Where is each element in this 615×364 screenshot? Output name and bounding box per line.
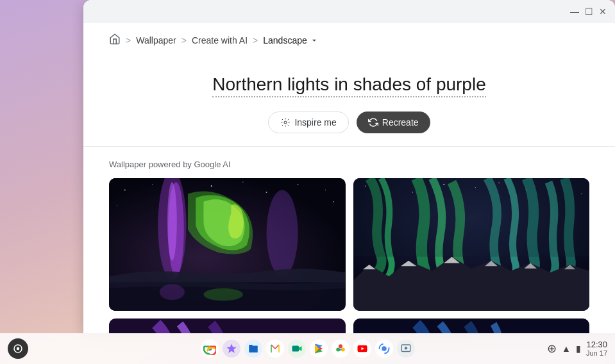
taskbar-chrome[interactable] [201,340,219,358]
svg-point-36 [17,347,20,351]
taskbar-meet[interactable] [288,340,306,358]
svg-rect-39 [292,346,299,352]
svg-point-2 [124,190,126,191]
svg-point-6 [242,182,243,183]
inspire-icon [280,117,291,128]
sep3: > [253,35,258,46]
breadcrumb-create-ai[interactable]: Create with AI [192,35,248,46]
gallery-grid [109,178,589,333]
taskbar-screen-capture[interactable] [397,340,415,358]
taskbar-more-icon[interactable]: ⊕ [547,342,557,356]
taskbar-google[interactable] [375,340,393,358]
taskbar-time: 12:30 [586,340,607,350]
prompt-title[interactable]: Northern lights in shades of purple [212,74,485,95]
taskbar-photos[interactable] [332,340,350,358]
svg-point-14 [167,182,177,261]
svg-point-18 [203,288,242,301]
svg-point-15 [267,190,298,276]
aurora-image-1 [109,178,346,311]
gallery-item-4[interactable] [353,318,590,333]
svg-point-47 [382,346,387,351]
taskbar-wifi-icon[interactable]: ▲ [562,343,571,354]
content-area: Northern lights in shades of purple Insp… [83,55,615,333]
taskbar-files[interactable] [244,340,262,358]
youtube-icon [357,343,368,354]
gallery-label: Wallpaper powered by Google AI [109,160,589,169]
taskbar-youtube[interactable] [353,340,371,358]
svg-point-5 [211,185,212,186]
svg-point-9 [325,190,326,190]
svg-point-40 [339,344,342,348]
breadcrumb-landscape[interactable]: Landscape [263,35,319,46]
google-icon [378,343,390,354]
search-section: Northern lights in shades of purple Insp… [83,55,615,147]
sep1: > [126,35,131,46]
taskbar-battery-icon: ▮ [576,343,581,354]
svg-point-10 [117,205,117,206]
taskbar-right: ⊕ ▲ ▮ 12:30 Jun 17 [547,340,607,358]
playstore-icon [313,343,324,354]
breadcrumb: > Wallpaper > Create with AI > Landscape [83,23,615,55]
taskbar-assistant[interactable] [223,340,240,358]
svg-point-8 [298,184,298,185]
svg-rect-30 [353,178,589,257]
close-button[interactable]: ✕ [598,7,607,16]
taskbar-apps [201,340,415,358]
taskbar-gmail[interactable] [266,340,284,358]
taskbar-date: Jun 17 [586,349,607,358]
svg-point-3 [152,184,153,185]
title-bar: — ☐ ✕ [83,0,615,23]
breadcrumb-wallpaper[interactable]: Wallpaper [136,35,176,46]
svg-marker-38 [226,344,236,353]
recreate-button[interactable]: Recreate [357,112,430,133]
screen-icon [400,343,412,354]
gallery-item-2[interactable] [353,178,590,311]
action-buttons: Inspire me Recreate [109,112,589,133]
svg-point-7 [266,192,267,193]
gmail-icon [269,343,281,354]
home-icon[interactable] [109,33,121,47]
gallery-item-3[interactable] [109,318,346,333]
assistant-icon [226,343,237,354]
chrome-icon [203,342,216,355]
taskbar-datetime[interactable]: 12:30 Jun 17 [586,340,607,358]
svg-point-42 [336,348,340,352]
dropdown-arrow-icon [310,36,319,45]
gallery-section: Wallpaper powered by Google AI [83,147,615,333]
inspire-button[interactable]: Inspire me [268,112,348,133]
sep2: > [181,35,187,46]
svg-rect-31 [109,324,346,333]
minimize-button[interactable]: — [570,7,579,16]
photos-icon [335,343,346,354]
files-icon [248,343,259,354]
maximize-button[interactable]: ☐ [584,7,593,16]
meet-icon [291,343,303,354]
main-window: — ☐ ✕ > Wallpaper > Create with AI > Lan… [83,0,615,333]
aurora-image-4 [353,318,590,333]
aurora-image-2 [353,178,590,311]
svg-point-41 [341,348,344,352]
recreate-icon [368,117,378,128]
gallery-item-1[interactable] [109,178,346,311]
aurora-image-3 [109,318,346,333]
camera-icon [12,343,24,354]
taskbar: ⊕ ▲ ▮ 12:30 Jun 17 [0,333,615,364]
taskbar-left-icon[interactable] [8,338,28,359]
svg-point-43 [339,349,341,351]
svg-point-0 [284,121,287,124]
svg-point-11 [333,201,333,202]
svg-point-17 [160,285,185,301]
svg-point-49 [404,347,407,350]
taskbar-play[interactable] [310,340,328,358]
